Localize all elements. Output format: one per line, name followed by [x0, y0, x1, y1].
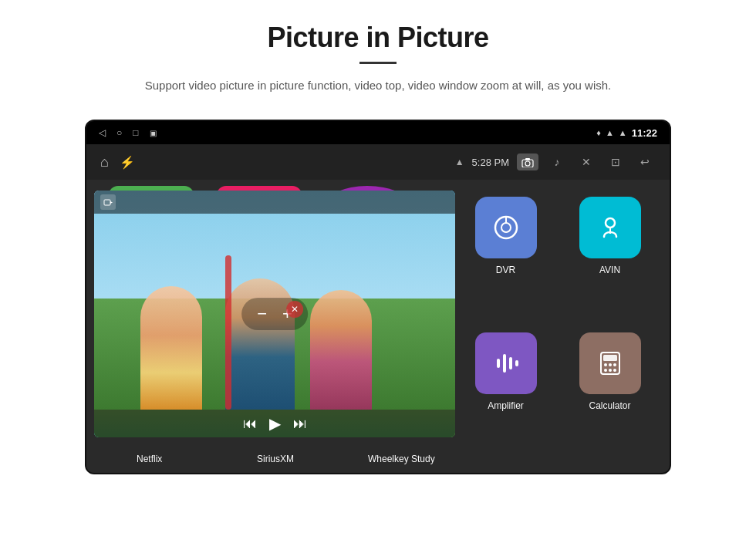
netflix-label: Netflix — [86, 445, 212, 473]
status-bar: ◁ ○ □ ▣ ♦ ▲ ▲ 11:22 — [86, 121, 670, 144]
app-avin[interactable]: AVIN — [558, 191, 662, 326]
svg-point-15 — [609, 363, 612, 366]
back-button[interactable]: ↩ — [634, 153, 656, 170]
svg-rect-8 — [497, 359, 500, 368]
volume-button[interactable]: ♪ — [546, 153, 568, 170]
signal-icon: ▲ — [619, 128, 627, 137]
screenshot-nav-icon[interactable]: ▣ — [150, 129, 157, 137]
svg-rect-3 — [104, 200, 110, 205]
app-dvr-label: DVR — [496, 265, 515, 275]
svg-point-16 — [613, 363, 616, 366]
app-calculator[interactable]: Calculator — [558, 326, 662, 462]
back-nav-icon[interactable]: ◁ — [99, 127, 106, 138]
toolbar-time: 5:28 PM — [472, 157, 509, 168]
svg-point-1 — [525, 161, 530, 166]
wifi-icon: ▲ — [606, 128, 614, 137]
main-content: − + ✕ ⏮ ▶ ⏭ DV — [86, 180, 670, 473]
app-toolbar: ⌂ ⚡ ▲ 5:28 PM ♪ ✕ ⊡ ↩ — [86, 144, 670, 180]
pip-overlay[interactable]: − + ✕ ⏮ ▶ ⏭ — [94, 191, 455, 437]
pip-playback-bar: ⏮ ▶ ⏭ — [94, 410, 455, 437]
pip-record-icon — [100, 194, 116, 210]
app-amplifier[interactable]: Amplifier — [454, 326, 558, 462]
bottom-labels: Netflix SiriusXM Wheelkey Study — [86, 445, 464, 473]
app-amplifier-label: Amplifier — [488, 400, 524, 411]
wifi-status-icon: ▲ — [455, 157, 464, 167]
svg-point-19 — [613, 369, 616, 372]
camera-button[interactable] — [517, 153, 538, 170]
pip-prev-btn[interactable]: ⏮ — [243, 416, 257, 432]
usb-icon: ⚡ — [120, 155, 135, 170]
svg-point-17 — [604, 369, 607, 372]
home-icon[interactable]: ⌂ — [100, 154, 109, 170]
device-frame: ◁ ○ □ ▣ ♦ ▲ ▲ 11:22 ⌂ ⚡ ▲ 5:28 PM — [85, 120, 671, 474]
svg-marker-4 — [110, 201, 113, 204]
close-button[interactable]: ✕ — [575, 153, 597, 170]
clock: 11:22 — [632, 127, 657, 139]
svg-rect-2 — [525, 158, 530, 160]
pip-play-btn[interactable]: ▶ — [269, 414, 281, 433]
svg-rect-10 — [509, 357, 512, 369]
pip-center-controls: − + ✕ — [241, 298, 308, 330]
siriusxm-label: SiriusXM — [212, 445, 338, 473]
title-divider — [359, 62, 397, 64]
app-calculator-label: Calculator — [589, 400, 630, 411]
app-avin-label: AVIN — [599, 265, 620, 275]
svg-rect-11 — [515, 360, 518, 366]
svg-point-6 — [501, 223, 511, 232]
pip-top-bar — [94, 191, 455, 214]
status-bar-right: ♦ ▲ ▲ 11:22 — [596, 127, 657, 139]
svg-rect-9 — [503, 354, 506, 373]
svg-rect-13 — [603, 355, 617, 361]
page-title: Picture in Picture — [46, 22, 710, 54]
svg-point-7 — [606, 218, 615, 228]
svg-point-14 — [604, 363, 607, 366]
wheelkey-label: Wheelkey Study — [339, 445, 464, 473]
app-dvr[interactable]: DVR — [454, 191, 558, 326]
pip-close-btn[interactable]: ✕ — [286, 301, 303, 318]
pip-minus-btn[interactable]: − — [257, 304, 267, 324]
home-nav-icon[interactable]: ○ — [116, 127, 122, 138]
right-apps: DVR AVIN — [446, 180, 670, 473]
pip-button[interactable]: ⊡ — [605, 153, 626, 170]
status-bar-nav: ◁ ○ □ ▣ — [99, 127, 157, 138]
svg-point-18 — [609, 369, 612, 372]
page-subtitle: Support video picture in picture functio… — [108, 76, 648, 95]
page-header: Picture in Picture Support video picture… — [0, 0, 756, 109]
recent-nav-icon[interactable]: □ — [133, 127, 138, 138]
location-icon: ♦ — [596, 128, 601, 137]
toolbar-right: ▲ 5:28 PM ♪ ✕ ⊡ ↩ — [455, 153, 656, 170]
pip-next-btn[interactable]: ⏭ — [293, 416, 307, 432]
toolbar-left: ⌂ ⚡ — [100, 154, 135, 170]
